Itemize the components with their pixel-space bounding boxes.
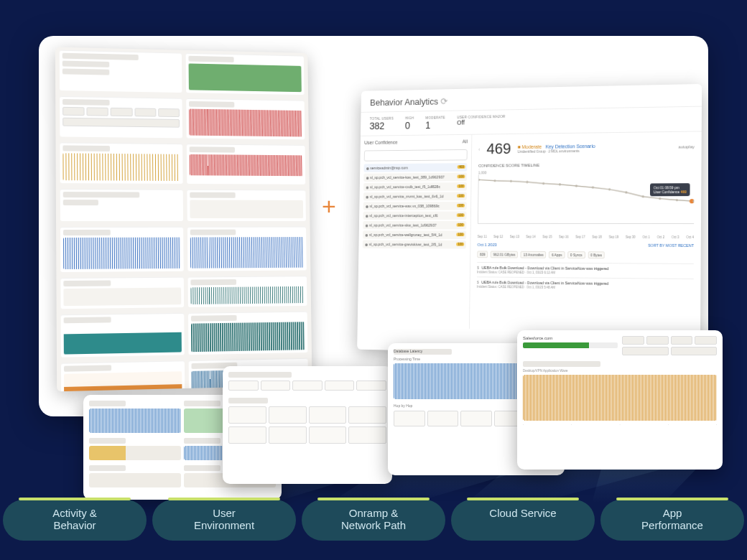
nav-pill[interactable]: Cloud Service	[451, 500, 595, 541]
svg-point-13	[592, 186, 594, 188]
plus-icon: +	[322, 192, 336, 220]
tag: 6 Apps	[549, 251, 565, 258]
refresh-icon[interactable]: ⟳	[440, 96, 447, 106]
user-row[interactable]: serviceadmin@nsp.com469	[363, 163, 467, 172]
svg-point-6	[478, 179, 480, 181]
left-dashboard	[55, 47, 312, 392]
sort-dropdown[interactable]: SORT BY MOST RECENT	[648, 243, 694, 248]
behavior-analytics-panel: Behavior Analytics ⟳ TOTAL USERS382 HIGH…	[357, 84, 702, 357]
confidence-score: 469	[486, 140, 511, 158]
user-list: User ConfidenceAll serviceadmin@nsp.com4…	[358, 135, 473, 329]
tag: 962.01 GBytes	[491, 251, 518, 258]
tag: 839	[477, 251, 488, 258]
scenario-link[interactable]: Key Detection Scenario	[546, 144, 595, 149]
subhead: Desktop/VPN Application Wave	[523, 369, 717, 373]
svg-point-16	[642, 195, 644, 197]
svg-point-9	[526, 181, 528, 183]
stat-moderate: 1	[425, 120, 430, 131]
date-picker[interactable]: Oct 1 2023	[478, 243, 497, 247]
nav-pill[interactable]: Onramp &Network Path	[302, 500, 445, 541]
event-row[interactable]: $UEBA rule Bulk Download - Download via …	[477, 262, 694, 279]
card-title: Database Latency	[394, 349, 452, 355]
tag: 0 Bytes	[588, 251, 605, 258]
category-pills: Activity &BehaviorUserEnvironmentOnramp …	[0, 500, 747, 541]
user-row[interactable]: sl_sp.pch_vcl_service-greviskiver_test_2…	[363, 240, 466, 248]
svg-point-18	[676, 199, 678, 201]
svg-point-8	[510, 180, 512, 182]
stat-total-users: 382	[369, 121, 384, 131]
tag: 0 Syncs	[567, 251, 585, 258]
tag: 13 Anomalies	[521, 251, 547, 258]
filter-label: User Confidence	[364, 140, 397, 145]
svg-point-10	[542, 182, 544, 185]
chart-tooltip: Oct 01 08:59 pm User Confidence 469	[650, 183, 690, 196]
filter-value[interactable]: All	[463, 139, 468, 144]
svg-point-11	[559, 183, 561, 185]
nav-pill[interactable]: Activity &Behavior	[3, 500, 147, 541]
nav-pill[interactable]: UserEnvironment	[152, 500, 296, 541]
card-user-env	[223, 366, 392, 484]
svg-point-12	[575, 185, 577, 187]
autoplay-toggle[interactable]: autoplay	[679, 144, 695, 149]
user-row[interactable]: sl_sp.pch_vcl_service-wax.vx_038_109869c…	[363, 202, 467, 210]
user-row[interactable]: sl_sp.pch_vcl_service-skw_test_1d9629371…	[363, 221, 466, 230]
stage: + Behavior Analytics ⟳ TOTAL USERS382 HI…	[0, 0, 747, 560]
user-row[interactable]: sl_sp.pch_vcl_service-wellgroney_test_5f…	[363, 230, 466, 239]
card-app-perf: Salesforce.com Desktop/VPN Application W…	[517, 330, 723, 470]
svg-point-15	[625, 191, 627, 193]
event-row[interactable]: $UEBA rule Bulk Download - Download via …	[477, 276, 694, 294]
user-row[interactable]: sl_sp.pch_vcl_service-interception_test_…	[363, 211, 466, 220]
stat-confidence: Off	[457, 119, 465, 126]
user-row[interactable]: sl_sp.pch_vcl_service_mvmt_kas_test_6v6_…	[363, 192, 467, 200]
stat-high: 0	[405, 120, 410, 131]
card-title: Salesforce.com	[523, 336, 618, 340]
nav-pill[interactable]: AppPerformance	[600, 500, 744, 541]
scenario-sub: Unidentified Group · 2 MDL environments	[518, 148, 595, 153]
timeline-title: CONFIDENCE SCORE TIMELINE	[478, 162, 695, 167]
svg-point-14	[608, 188, 611, 190]
summary-tags: 839962.01 GBytes13 Anomalies6 Apps0 Sync…	[477, 251, 694, 258]
svg-point-7	[493, 179, 496, 182]
confidence-timeline-chart: Oct 01 08:59 pm User Confidence 469	[478, 173, 695, 224]
svg-point-17	[659, 197, 661, 200]
severity: Moderate	[521, 144, 542, 149]
panel-title: Behavior Analytics	[370, 96, 438, 108]
user-row[interactable]: sl_sp.pch_vcl_service-cxdb_test_f5_1df82…	[363, 182, 467, 191]
user-row[interactable]: sl_sp.pch_vcl_service-kas_test_389_1d962…	[363, 173, 467, 182]
search-input[interactable]	[364, 149, 468, 162]
